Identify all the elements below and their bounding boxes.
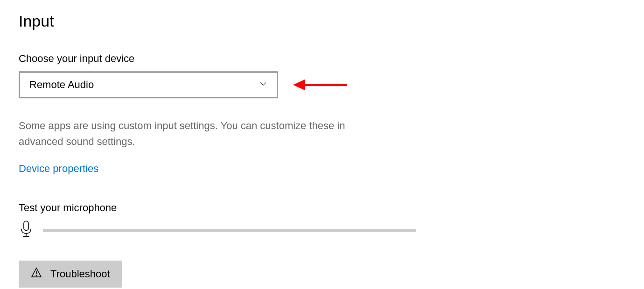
microphone-icon bbox=[19, 220, 34, 240]
warning-icon bbox=[31, 267, 42, 281]
svg-point-5 bbox=[36, 275, 36, 276]
device-properties-link[interactable]: Device properties bbox=[19, 163, 98, 175]
troubleshoot-label: Troubleshoot bbox=[50, 268, 110, 280]
svg-rect-0 bbox=[24, 221, 28, 230]
custom-settings-description: Some apps are using custom input setting… bbox=[19, 118, 387, 150]
input-device-dropdown[interactable]: Remote Audio bbox=[19, 71, 278, 98]
choose-input-label: Choose your input device bbox=[19, 53, 625, 65]
annotation-arrow bbox=[293, 79, 347, 90]
test-mic-label: Test your microphone bbox=[19, 202, 625, 214]
mic-level-bar bbox=[43, 229, 416, 232]
chevron-down-icon bbox=[259, 80, 267, 90]
troubleshoot-button[interactable]: Troubleshoot bbox=[19, 261, 122, 288]
dropdown-selected-value: Remote Audio bbox=[29, 79, 94, 91]
section-heading: Input bbox=[19, 12, 625, 30]
